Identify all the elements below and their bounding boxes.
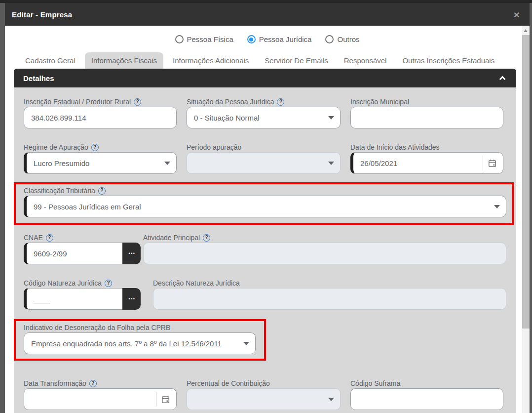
- modal-header: Editar - Empresa ×: [5, 3, 530, 26]
- field-label: Percentual de Contribuição: [187, 379, 270, 387]
- chevron-down-icon: [164, 162, 170, 165]
- radio-label: Outros: [337, 35, 359, 43]
- chevron-down-icon: [243, 342, 249, 345]
- form-row: Inscrição Estadual / Produtor Rural ? Si…: [24, 97, 506, 128]
- cnae-input[interactable]: [24, 243, 122, 264]
- atividade-principal-input: [143, 243, 506, 264]
- scroll-up-icon[interactable]: [524, 29, 528, 32]
- classificacao-tributaria-select[interactable]: 99 - Pessoas Jurídicas em Geral: [24, 196, 506, 217]
- field-label: Código Suframa: [350, 379, 400, 387]
- data-transformacao-date-input[interactable]: [24, 388, 177, 410]
- divider: [156, 392, 156, 407]
- field-label: Situação da Pessoa Jurídica: [187, 98, 274, 106]
- selected-value: 99 - Pessoas Jurídicas em Geral: [34, 203, 141, 211]
- calendar-icon[interactable]: [161, 395, 170, 404]
- codigo-natureza-lookup-button[interactable]: •••: [122, 288, 141, 310]
- help-icon[interactable]: ?: [91, 144, 99, 151]
- field-data-inicio-atividades: Data de Início das Atividades 26/05/2021: [350, 142, 503, 174]
- annotation-box-indicativo-cprb: Indicativo de Desoneração da Folha pela …: [14, 319, 266, 361]
- field-label: Atividade Principal: [143, 234, 200, 242]
- codigo-natureza-input[interactable]: [24, 288, 122, 310]
- section-detalhes-header[interactable]: Detalhes: [14, 69, 516, 87]
- field-codigo-suframa: Código Suframa: [350, 378, 503, 410]
- field-label: Inscrição Municipal: [350, 98, 409, 106]
- radio-icon: [325, 35, 334, 43]
- chevron-down-icon: [328, 162, 334, 165]
- data-inicio-date-input[interactable]: 26/05/2021: [350, 152, 503, 174]
- radio-icon: [175, 35, 184, 43]
- section-title: Detalhes: [23, 74, 54, 83]
- form-row: Regime de Apuração ? Lucro Presumido Per…: [24, 142, 506, 174]
- field-descricao-natureza-juridica: Descrição Natureza Jurídica: [153, 278, 506, 310]
- field-label: Indicativo de Desoneração da Folha pela …: [24, 324, 170, 331]
- edit-company-modal: Editar - Empresa × Pessoa Física Pessoa …: [5, 3, 530, 413]
- form-row: Data Transformação ?: [24, 378, 506, 410]
- close-icon[interactable]: ×: [512, 9, 522, 20]
- field-label: Data de Início das Atividades: [350, 143, 440, 151]
- tab-informacoes-adicionais[interactable]: Informações Adicionais: [166, 52, 255, 69]
- scrollbar-thumb[interactable]: [522, 35, 530, 329]
- radio-label: Pessoa Jurídica: [259, 35, 312, 43]
- codigo-suframa-input[interactable]: [350, 388, 503, 410]
- field-inscricao-estadual: Inscrição Estadual / Produtor Rural ?: [24, 97, 177, 128]
- chevron-down-icon: [494, 205, 500, 208]
- indicativo-cprb-select[interactable]: Empresa enquadrada nos arts. 7º a 8º da …: [24, 332, 256, 354]
- selected-value: Lucro Presumido: [34, 159, 89, 167]
- form-row: Código Natureza Jurídica ? ••• Descrição…: [24, 278, 506, 310]
- help-icon[interactable]: ?: [134, 98, 141, 106]
- chevron-up-icon[interactable]: [499, 76, 506, 82]
- tab-cadastro-geral[interactable]: Cadastro Geral: [19, 52, 82, 69]
- selected-value: Empresa enquadrada nos arts. 7º a 8º da …: [31, 339, 222, 348]
- radio-selected-icon: [247, 35, 256, 43]
- help-icon[interactable]: ?: [277, 98, 284, 106]
- tab-servidor-de-emails[interactable]: Servidor De Emails: [258, 52, 334, 69]
- descricao-natureza-input: [153, 288, 506, 310]
- inscricao-estadual-input[interactable]: [24, 107, 177, 128]
- field-label: Regime de Apuração: [24, 143, 88, 151]
- scrollbar[interactable]: [522, 26, 530, 413]
- field-situacao-pessoa-juridica: Situação da Pessoa Jurídica ? 0 - Situaç…: [187, 97, 341, 128]
- help-icon[interactable]: ?: [203, 234, 210, 242]
- date-value: 26/05/2021: [360, 159, 397, 167]
- form-row: CNAE ? ••• Atividade Principal ?: [24, 233, 506, 264]
- help-icon[interactable]: ?: [89, 380, 97, 387]
- divider: [483, 156, 483, 170]
- field-label: CNAE: [24, 234, 43, 242]
- selected-value: 0 - Situação Normal: [194, 114, 260, 122]
- modal-title: Editar - Empresa: [12, 10, 72, 19]
- situacao-pj-select[interactable]: 0 - Situação Normal: [187, 107, 341, 128]
- ellipsis-icon: •••: [129, 296, 136, 301]
- field-codigo-natureza-juridica: Código Natureza Jurídica ? •••: [24, 278, 141, 310]
- radio-pessoa-fisica[interactable]: Pessoa Física: [175, 33, 233, 45]
- field-label: Período apuração: [187, 143, 241, 151]
- radio-outros[interactable]: Outros: [325, 33, 359, 45]
- field-label: Descrição Natureza Jurídica: [153, 279, 240, 287]
- cnae-lookup-button[interactable]: •••: [122, 243, 141, 264]
- ellipsis-icon: •••: [129, 251, 136, 256]
- field-label: Data Transformação: [24, 379, 86, 387]
- field-label: Inscrição Estadual / Produtor Rural: [24, 98, 131, 106]
- modal-body: Pessoa Física Pessoa Jurídica Outros Cad…: [5, 26, 530, 413]
- inscricao-municipal-input[interactable]: [350, 107, 503, 128]
- field-regime-apuracao: Regime de Apuração ? Lucro Presumido: [24, 142, 177, 174]
- help-icon[interactable]: ?: [105, 280, 112, 287]
- tab-responsavel[interactable]: Responsável: [338, 52, 393, 69]
- periodo-apuracao-select: [187, 152, 341, 174]
- tab-outras-inscricoes-estaduais[interactable]: Outras Inscrições Estaduais: [396, 52, 501, 69]
- help-icon[interactable]: ?: [46, 234, 53, 242]
- tab-bar: Cadastro Geral Informações Fiscais Infor…: [19, 52, 530, 69]
- regime-apuracao-select[interactable]: Lucro Presumido: [24, 152, 177, 174]
- radio-pessoa-juridica[interactable]: Pessoa Jurídica: [247, 33, 312, 45]
- field-label: Código Natureza Jurídica: [24, 279, 102, 287]
- person-type-radio-group: Pessoa Física Pessoa Jurídica Outros: [5, 26, 530, 45]
- calendar-icon[interactable]: [488, 159, 497, 168]
- field-atividade-principal: Atividade Principal ?: [143, 233, 506, 264]
- field-data-transformacao: Data Transformação ?: [24, 378, 177, 410]
- section-detalhes-content: Inscrição Estadual / Produtor Rural ? Si…: [14, 87, 516, 413]
- radio-label: Pessoa Física: [187, 35, 233, 43]
- help-icon[interactable]: ?: [98, 187, 106, 195]
- field-periodo-apuracao: Período apuração: [187, 142, 341, 174]
- chevron-down-icon: [328, 116, 334, 120]
- tab-informacoes-fiscais[interactable]: Informações Fiscais: [85, 52, 163, 69]
- chevron-down-icon: [328, 398, 334, 401]
